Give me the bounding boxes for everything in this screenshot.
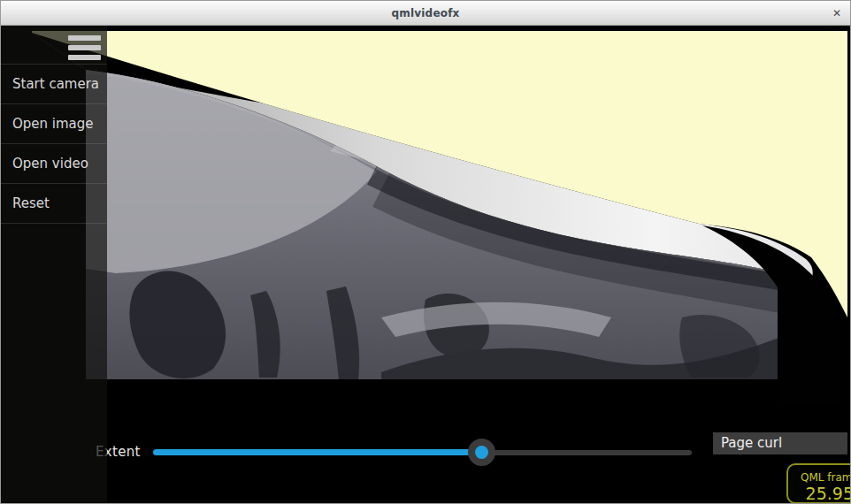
- effect-controls: Extent Page curl QML frame r... 25.95: [1, 26, 851, 504]
- slider-track-filled[interactable]: [153, 449, 481, 455]
- sidebar: Start camera Open image Open video Reset: [1, 26, 107, 504]
- close-icon[interactable]: ✕: [832, 7, 841, 19]
- sidebar-item-start-camera[interactable]: Start camera: [1, 65, 107, 104]
- sidebar-menu: Start camera Open image Open video Reset: [1, 64, 107, 224]
- sidebar-item-open-video[interactable]: Open video: [1, 144, 107, 184]
- fps-badge: QML frame r... 25.95: [786, 463, 851, 504]
- sidebar-item-reset[interactable]: Reset: [1, 184, 107, 224]
- window-title: qmlvideofx: [1, 7, 850, 19]
- slider-track-empty[interactable]: [481, 450, 692, 455]
- effect-selector-button[interactable]: Page curl: [713, 432, 847, 454]
- fps-value: 25.95: [788, 484, 851, 503]
- main-area: Extent Page curl QML frame r... 25.95 St…: [1, 26, 851, 504]
- sidebar-item-open-image[interactable]: Open image: [1, 104, 107, 144]
- titlebar[interactable]: qmlvideofx ✕: [1, 1, 850, 26]
- slider-handle[interactable]: [468, 439, 495, 466]
- fps-label: QML frame r...: [801, 471, 851, 484]
- menu-icon[interactable]: [68, 35, 101, 65]
- app-window: qmlvideofx ✕: [0, 0, 851, 504]
- slider-handle-dot: [475, 446, 488, 459]
